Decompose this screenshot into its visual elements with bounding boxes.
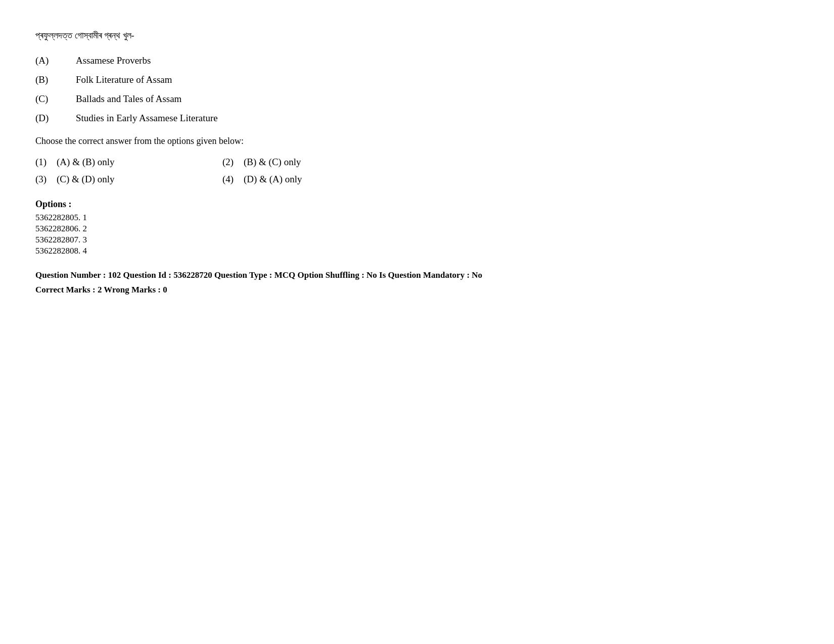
option-d-text: Studies in Early Assamese Literature — [76, 113, 218, 124]
answer-num-2: (2) — [222, 157, 238, 168]
option-code-3: 5362282807. 3 — [35, 235, 581, 245]
answer-num-4: (4) — [222, 174, 238, 185]
answer-num-1: (1) — [35, 157, 51, 168]
answer-option-4: (4) (D) & (A) only — [222, 174, 389, 185]
option-b: (B) Folk Literature of Assam — [35, 74, 581, 85]
options-section: Options : 5362282805. 1 5362282806. 2 53… — [35, 199, 581, 256]
option-a-text: Assamese Proverbs — [76, 55, 151, 66]
option-code-2: 5362282806. 2 — [35, 224, 581, 234]
options-list: (A) Assamese Proverbs (B) Folk Literatur… — [35, 55, 581, 124]
option-code-1: 5362282805. 1 — [35, 213, 581, 223]
answer-text-2: (B) & (C) only — [244, 157, 301, 168]
question-container: প্ৰফুল্লদত্ত গোস্বামীৰ গ্ৰন্থ খুল- (A) A… — [30, 20, 586, 308]
answer-num-3: (3) — [35, 174, 51, 185]
answer-option-3: (3) (C) & (D) only — [35, 174, 202, 185]
option-b-label: (B) — [35, 74, 76, 85]
answer-option-1: (1) (A) & (B) only — [35, 157, 202, 168]
answer-text-1: (A) & (B) only — [57, 157, 115, 168]
option-d-label: (D) — [35, 113, 76, 124]
question-meta: Question Number : 102 Question Id : 5362… — [35, 268, 581, 298]
answer-option-2: (2) (B) & (C) only — [222, 157, 389, 168]
answer-text-4: (D) & (A) only — [244, 174, 302, 185]
option-c: (C) Ballads and Tales of Assam — [35, 93, 581, 105]
option-c-label: (C) — [35, 93, 76, 105]
instruction-text: Choose the correct answer from the optio… — [35, 136, 581, 146]
option-b-text: Folk Literature of Assam — [76, 74, 172, 85]
answer-text-3: (C) & (D) only — [57, 174, 115, 185]
option-a-label: (A) — [35, 55, 76, 66]
options-label: Options : — [35, 199, 581, 210]
question-header: প্ৰফুল্লদত্ত গোস্বামীৰ গ্ৰন্থ খুল- — [35, 30, 581, 41]
option-code-4: 5362282808. 4 — [35, 246, 581, 256]
meta-line2: Correct Marks : 2 Wrong Marks : 0 — [35, 283, 581, 298]
answer-options-grid: (1) (A) & (B) only (2) (B) & (C) only (3… — [35, 157, 389, 185]
option-c-text: Ballads and Tales of Assam — [76, 93, 181, 105]
option-a: (A) Assamese Proverbs — [35, 55, 581, 66]
option-d: (D) Studies in Early Assamese Literature — [35, 113, 581, 124]
meta-line1: Question Number : 102 Question Id : 5362… — [35, 268, 581, 283]
